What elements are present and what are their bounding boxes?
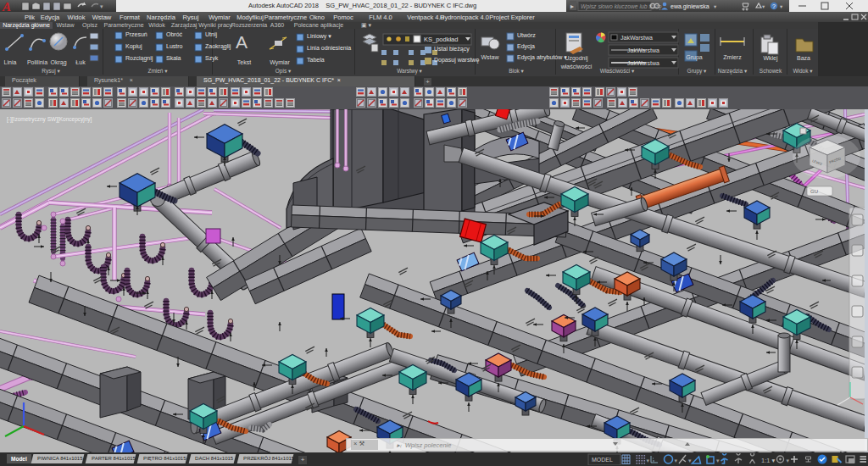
svg-text:GU: GU bbox=[810, 189, 818, 194]
svg-text:▾: ▾ bbox=[714, 3, 717, 9]
svg-text:▾: ▾ bbox=[787, 458, 790, 463]
svg-text:▾: ▾ bbox=[688, 458, 692, 463]
svg-text:[-][Izometryczny SW][Koncepcyj: [-][Izometryczny SW][Koncepcyjny] bbox=[7, 116, 92, 123]
svg-text:KS_podkład: KS_podkład bbox=[424, 36, 458, 43]
svg-text:?: ? bbox=[772, 3, 776, 9]
svg-text:MODEL: MODEL bbox=[592, 457, 613, 463]
svg-text:▾: ▾ bbox=[675, 458, 678, 463]
svg-text:▾: ▾ bbox=[780, 3, 783, 9]
svg-text:Wpisz słowo kluczowe lub frazę: Wpisz słowo kluczowe lub frazę bbox=[581, 3, 662, 10]
svg-text:JakWarstwa: JakWarstwa bbox=[620, 35, 653, 41]
svg-text:JakWarstwa: JakWarstwa bbox=[627, 60, 659, 66]
svg-text:▸: ▸ bbox=[570, 3, 574, 10]
svg-text:JakWarstwa: JakWarstwa bbox=[627, 47, 659, 53]
svg-text:▾: ▾ bbox=[762, 3, 765, 9]
svg-text:▾: ▾ bbox=[716, 458, 720, 463]
svg-text:ewa.giniewska: ewa.giniewska bbox=[670, 3, 709, 10]
svg-text:▾: ▾ bbox=[647, 458, 650, 463]
svg-text:▾: ▾ bbox=[100, 3, 103, 9]
svg-text:A: A bbox=[2, 0, 11, 12]
svg-text:1:1 ▾: 1:1 ▾ bbox=[761, 457, 776, 464]
